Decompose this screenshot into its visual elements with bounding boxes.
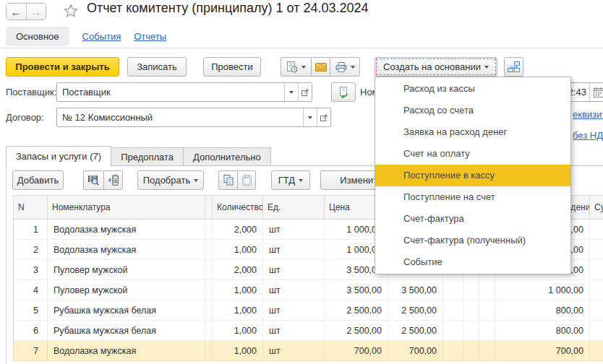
table-cell[interactable]	[479, 280, 495, 300]
column-header[interactable]: Сумма всего	[590, 196, 603, 220]
menu-item[interactable]: Событие	[375, 251, 570, 273]
table-cell[interactable]: 800,00	[495, 300, 590, 321]
column-header[interactable]: Количество	[213, 196, 263, 220]
table-cell[interactable]: 700,00	[495, 341, 590, 361]
column-header[interactable]: N	[14, 196, 48, 220]
section-nav-main[interactable]: Основное	[6, 27, 69, 46]
table-cell[interactable]: 2,000	[213, 260, 263, 280]
supplier-field[interactable]: Поставщик	[56, 82, 312, 102]
table-cell[interactable]: 700,00	[388, 341, 443, 361]
tab-prepayment[interactable]: Предоплата	[111, 147, 184, 166]
table-row[interactable]: 4Пуловер мужской1,000шт3 500,003 500,001…	[14, 280, 603, 300]
post-button[interactable]: Провести	[203, 57, 261, 77]
create-linked-button[interactable]	[331, 82, 356, 102]
table-cell[interactable]	[463, 341, 479, 361]
table-cell[interactable]: Пуловер мужской	[48, 260, 205, 280]
contract-field[interactable]: № 12 Комиссионный	[56, 108, 331, 127]
tab-items-services[interactable]: Запасы и услуги (7)	[6, 146, 111, 166]
table-cell[interactable]	[205, 220, 213, 240]
document-structure-button[interactable]	[504, 57, 523, 77]
table-cell[interactable]	[443, 300, 463, 321]
table-cell[interactable]	[463, 280, 479, 300]
supplier-open-button[interactable]	[298, 83, 312, 101]
table-cell[interactable]: 1,000	[213, 240, 263, 260]
barcode-scan-button[interactable]	[83, 170, 103, 190]
table-cell[interactable]: 2 500,00	[325, 300, 388, 321]
table-cell[interactable]: 3 500,00	[388, 280, 443, 300]
table-cell[interactable]: 1 000,00	[495, 280, 590, 300]
menu-item[interactable]: Поступление на счет	[375, 186, 570, 208]
add-row-button[interactable]: Добавить	[12, 170, 64, 190]
table-cell[interactable]: шт	[263, 280, 325, 300]
table-cell[interactable]	[205, 341, 213, 361]
data-terminal-button[interactable]	[103, 170, 123, 190]
section-nav-events[interactable]: События	[82, 31, 121, 42]
table-cell[interactable]	[205, 280, 213, 300]
no-vat-link[interactable]: без НДС	[573, 130, 603, 141]
gtd-button[interactable]: ГТД	[271, 170, 310, 190]
save-button[interactable]: Записать	[127, 57, 187, 77]
menu-item[interactable]: Счет-фактура (полученный)	[375, 230, 570, 251]
column-header[interactable]: Номенклатура	[48, 196, 205, 220]
table-cell[interactable]	[590, 300, 603, 321]
post-and-close-button[interactable]: Провести и закрыть	[6, 57, 119, 77]
supplier-dropdown-button[interactable]	[284, 83, 298, 101]
table-cell[interactable]: 1,000	[213, 341, 263, 361]
table-cell[interactable]	[590, 341, 603, 361]
back-button[interactable]: ←	[7, 4, 27, 20]
table-cell[interactable]	[205, 321, 213, 341]
table-cell[interactable]: Водолазка мужская	[48, 341, 205, 361]
table-cell[interactable]: 1,000	[213, 300, 263, 321]
create-based-on-button[interactable]: Создать на основании	[375, 57, 497, 77]
table-cell[interactable]	[590, 220, 603, 240]
table-cell[interactable]: Пуловер мужской	[48, 280, 205, 300]
table-cell[interactable]: 2 500,00	[325, 321, 388, 341]
menu-item[interactable]: Расход со счета	[375, 100, 570, 121]
pick-items-button[interactable]: Подобрать	[137, 170, 204, 190]
menu-item[interactable]: Поступление в кассу	[375, 165, 570, 186]
table-cell[interactable]	[463, 300, 479, 321]
table-cell[interactable]: Рубашка мужская белая	[48, 300, 205, 321]
table-cell[interactable]: 700,00	[325, 341, 388, 361]
table-cell[interactable]	[205, 300, 213, 321]
column-header[interactable]: Ед.	[263, 196, 325, 220]
table-cell[interactable]	[205, 260, 213, 280]
table-cell[interactable]	[443, 280, 463, 300]
table-cell[interactable]: 2	[14, 240, 48, 260]
table-cell[interactable]: 1,000	[213, 280, 263, 300]
send-email-button[interactable]	[311, 57, 330, 77]
tab-additional[interactable]: Дополнительно	[184, 147, 271, 166]
table-cell[interactable]	[590, 321, 603, 341]
contract-open-button[interactable]	[317, 108, 330, 126]
table-row[interactable]: 7Водолазка мужская1,000шт700,00700,00700…	[14, 341, 603, 361]
paste-rows-button[interactable]	[237, 170, 256, 190]
calendar-icon[interactable]	[594, 87, 603, 98]
table-cell[interactable]: шт	[263, 240, 325, 260]
table-cell[interactable]: 6	[14, 321, 48, 341]
table-cell[interactable]	[590, 240, 603, 260]
table-cell[interactable]: шт	[263, 220, 325, 240]
table-cell[interactable]: шт	[263, 260, 325, 280]
section-nav-reports[interactable]: Отчеты	[134, 31, 166, 42]
table-cell[interactable]: 800,00	[495, 321, 590, 341]
table-cell[interactable]	[479, 341, 495, 361]
table-cell[interactable]: 1,000	[213, 321, 263, 341]
table-cell[interactable]	[443, 341, 463, 361]
table-cell[interactable]: 7	[14, 341, 48, 361]
forward-button[interactable]: →	[27, 4, 46, 20]
table-row[interactable]: 6Рубашка мужская белая1,000шт2 500,002 5…	[14, 321, 603, 341]
table-cell[interactable]: 1	[14, 220, 48, 240]
column-header[interactable]	[205, 196, 213, 220]
table-cell[interactable]: 2 500,00	[388, 300, 443, 321]
table-cell[interactable]	[479, 300, 495, 321]
create-task-button[interactable]	[281, 57, 311, 77]
table-cell[interactable]: шт	[263, 341, 325, 361]
table-cell[interactable]: 5	[14, 300, 48, 321]
table-cell[interactable]: Водолазка мужская	[48, 240, 205, 260]
menu-item[interactable]: Счет-фактура	[375, 208, 570, 230]
table-row[interactable]: 5Рубашка мужская белая1,000шт2 500,002 5…	[14, 300, 603, 321]
table-cell[interactable]: шт	[263, 321, 325, 341]
table-cell[interactable]: 2 500,00	[388, 321, 443, 341]
table-cell[interactable]	[463, 321, 479, 341]
table-cell[interactable]: 3	[14, 260, 48, 280]
